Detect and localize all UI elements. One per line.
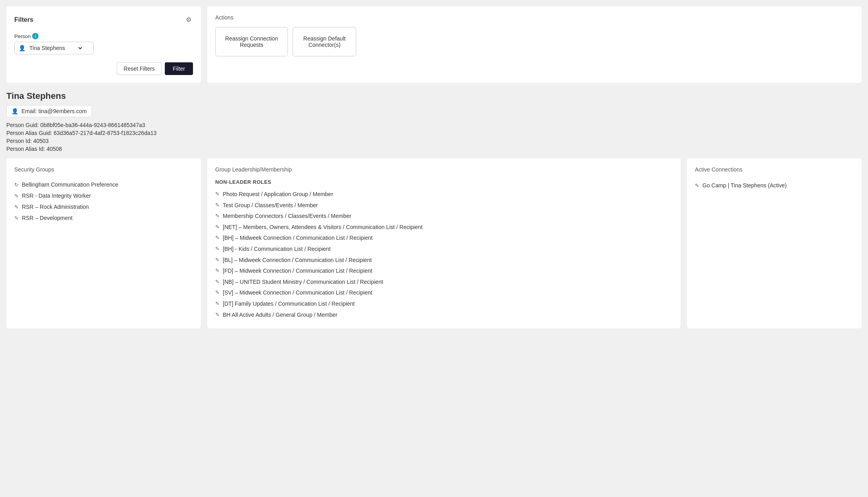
filters-title: Filters — [14, 16, 33, 23]
pencil-icon: ✎ — [215, 234, 220, 241]
security-item-label: RSR - Data Integrity Worker — [22, 193, 91, 199]
refresh-icon: ↻ — [14, 182, 19, 188]
list-item: ✎ [DT] Family Updates / Communication Li… — [215, 299, 673, 310]
person-alias-guid: Person Alias Guid: 63d36a57-217d-4af2-87… — [6, 130, 862, 136]
pencil-icon: ✎ — [14, 193, 19, 199]
settings-button[interactable]: ⚙ — [184, 14, 193, 25]
list-item: ✎ [BH] - Kids / Communication List / Rec… — [215, 244, 673, 255]
person-icon: 👤 — [19, 45, 25, 51]
filters-panel: Filters ⚙ Person i 👤 Tina Stephens Reset… — [6, 6, 201, 83]
group-leadership-panel: Group Leadership/Membership NON-LEADER R… — [207, 158, 681, 328]
pencil-icon: ✎ — [215, 311, 220, 318]
list-item: ✎ RSR – Rock Administration — [14, 201, 193, 212]
person-dropdown[interactable]: Tina Stephens — [28, 44, 83, 52]
actions-buttons-container: Reassign ConnectionRequests Reassign Def… — [215, 27, 854, 56]
filter-button[interactable]: Filter — [165, 62, 193, 75]
security-item-label: RSR – Rock Administration — [22, 204, 89, 210]
pencil-icon: ✎ — [215, 267, 220, 274]
pencil-icon: ✎ — [695, 183, 699, 189]
list-item: ✎ Test Group / Classes/Events / Member — [215, 200, 673, 211]
list-item: ✎ Go Camp | Tina Stephens (Active) — [695, 179, 854, 192]
active-connections-list: ✎ Go Camp | Tina Stephens (Active) — [695, 179, 854, 192]
pencil-icon: ✎ — [215, 278, 220, 285]
list-item: ✎ BH All Active Adults / General Group /… — [215, 310, 673, 321]
reset-filters-button[interactable]: Reset Filters — [117, 62, 162, 75]
active-connections-panel: Active Connections ✎ Go Camp | Tina Step… — [687, 158, 862, 328]
person-section: Tina Stephens 👤 Email: tina@9embers.com … — [6, 91, 862, 152]
person-name-title: Tina Stephens — [6, 91, 862, 101]
list-item: ↻ Bellingham Communication Preference — [14, 179, 193, 190]
security-item-label: Bellingham Communication Preference — [22, 181, 118, 188]
group-items-list: ✎ Photo Request / Application Group / Me… — [215, 189, 673, 320]
person-email-icon: 👤 — [12, 108, 18, 114]
list-item: ✎ [SV] – Midweek Connection / Communicat… — [215, 287, 673, 299]
list-item: ✎ Membership Connectors / Classes/Events… — [215, 211, 673, 222]
reassign-connection-requests-button[interactable]: Reassign ConnectionRequests — [215, 27, 288, 56]
person-select[interactable]: 👤 Tina Stephens — [14, 42, 94, 54]
person-email: Email: tina@9embers.com — [21, 108, 87, 114]
pencil-icon: ✎ — [215, 202, 220, 209]
pencil-icon: ✎ — [215, 191, 220, 198]
info-icon: i — [32, 33, 39, 39]
pencil-icon: ✎ — [215, 289, 220, 296]
person-guid: Person Guid: 0b8bf05e-ba36-444a-9243-866… — [6, 122, 862, 128]
security-groups-title: Security Groups — [14, 166, 193, 173]
list-item: ✎ Photo Request / Application Group / Me… — [215, 189, 673, 200]
person-alias-id: Person Alias Id: 40508 — [6, 146, 862, 152]
active-connections-title: Active Connections — [695, 166, 854, 173]
pencil-icon: ✎ — [14, 204, 19, 210]
pencil-icon: ✎ — [215, 300, 220, 307]
group-leadership-title: Group Leadership/Membership — [215, 166, 673, 173]
person-field-label: Person i — [14, 33, 193, 39]
pencil-icon: ✎ — [215, 245, 220, 252]
pencil-icon: ✎ — [215, 256, 220, 264]
security-groups-list: ↻ Bellingham Communication Preference ✎ … — [14, 179, 193, 223]
pencil-icon: ✎ — [215, 223, 220, 231]
reassign-default-connector-button[interactable]: Reassign DefaultConnector(s) — [293, 27, 356, 56]
actions-title: Actions — [215, 14, 854, 21]
list-item: ✎ RSR - Data Integrity Worker — [14, 190, 193, 201]
non-leader-roles-label: NON-LEADER ROLES — [215, 179, 673, 185]
security-item-label: RSR – Development — [22, 215, 73, 221]
list-item: ✎ [BH] – Midweek Connection / Communicat… — [215, 233, 673, 244]
security-groups-panel: Security Groups ↻ Bellingham Communicati… — [6, 158, 201, 328]
actions-panel: Actions Reassign ConnectionRequests Reas… — [207, 6, 862, 83]
list-item: ✎ [NB] – UNITED Student Ministry / Commu… — [215, 277, 673, 288]
email-row: 👤 Email: tina@9embers.com — [6, 105, 92, 117]
list-item: ✎ RSR – Development — [14, 212, 193, 223]
list-item: ✎ [FD] – Midweek Connection / Communicat… — [215, 266, 673, 277]
pencil-icon: ✎ — [14, 215, 19, 221]
person-id: Person Id: 40503 — [6, 138, 862, 144]
pencil-icon: ✎ — [215, 212, 220, 220]
list-item: ✎ [BL] – Midweek Connection / Communicat… — [215, 255, 673, 266]
list-item: ✎ [NET] – Members, Owners, Attendees & V… — [215, 222, 673, 233]
